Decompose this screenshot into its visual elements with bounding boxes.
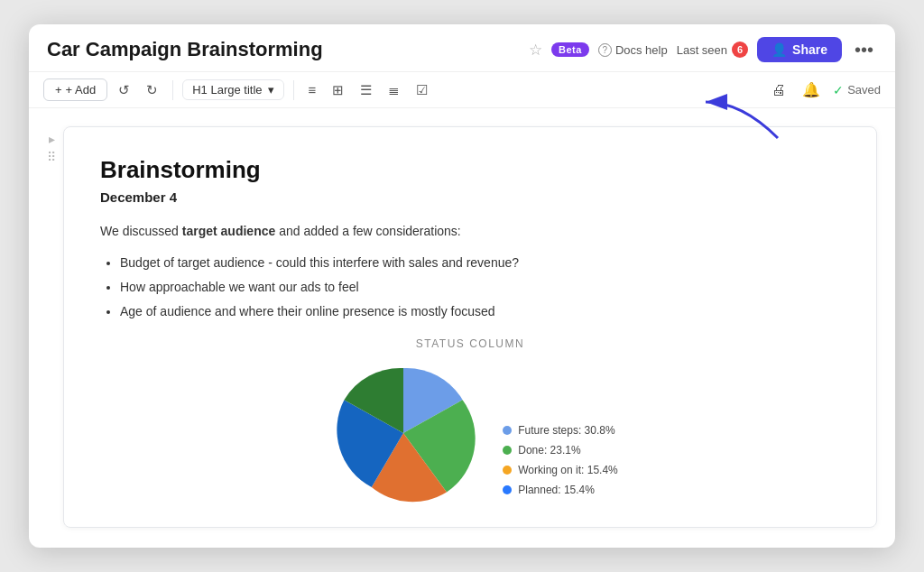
legend-item-future: Future steps: 30.8% <box>503 424 618 437</box>
list-item: How approachable we want our ads to feel <box>120 278 840 297</box>
saved-text: Saved <box>847 83 881 97</box>
main-window: Car Campaign Brainstorming ☆ Beta ? Docs… <box>29 24 895 548</box>
align-button[interactable]: ≡ <box>303 78 322 101</box>
numbered-list-button[interactable]: ≣ <box>383 78 405 102</box>
share-label: Share <box>792 42 827 57</box>
print-icon: 🖨 <box>772 82 786 97</box>
legend-label-done: Done: 23.1% <box>518 444 580 457</box>
legend-item-done: Done: 23.1% <box>503 444 618 457</box>
sidebar-handle[interactable]: ▸ ⠿ <box>47 126 63 528</box>
doc-bullet-list: Budget of target audience - could this i… <box>100 254 840 321</box>
chart-section: STATUS COLUMN <box>100 337 840 505</box>
last-seen-indicator: Last seen 6 <box>677 42 748 58</box>
print-button[interactable]: 🖨 <box>768 78 790 102</box>
header: Car Campaign Brainstorming ☆ Beta ? Docs… <box>29 24 895 72</box>
legend-dot-working <box>503 466 512 475</box>
content-area: ▸ ⠿ Brainstorming December 4 We discusse… <box>29 108 895 528</box>
check-icon: ☑ <box>416 82 428 98</box>
target-audience-bold: target audience <box>182 224 275 238</box>
docs-help-btn[interactable]: ? Docs help <box>598 43 668 57</box>
more-options-button[interactable]: ••• <box>851 38 877 62</box>
toolbar-divider-1 <box>172 80 173 100</box>
document-body: Brainstorming December 4 We discussed ta… <box>63 126 877 528</box>
legend-item-working: Working on it: 15.4% <box>503 464 618 476</box>
legend-label-planned: Planned: 15.4% <box>518 484 595 496</box>
plus-icon: + <box>55 83 62 97</box>
list-item: Age of audience and where their online p… <box>120 302 840 321</box>
legend-label-working: Working on it: 15.4% <box>518 464 618 476</box>
doc-heading: Brainstorming <box>100 156 840 184</box>
bullet-list-button[interactable]: ☰ <box>355 78 377 102</box>
bell-icon: 🔔 <box>802 82 820 97</box>
chart-row: Future steps: 30.8% Done: 23.1% Working … <box>100 361 840 505</box>
table-icon: ⊞ <box>332 82 344 98</box>
last-seen-count: 6 <box>732 42 748 58</box>
collapse-icon: ▸ <box>49 132 55 146</box>
drag-handle-icon: ⠿ <box>47 150 56 164</box>
person-icon: 👤 <box>772 42 787 57</box>
align-icon: ≡ <box>309 82 317 97</box>
doc-paragraph: We discussed target audience and added a… <box>100 221 840 241</box>
saved-check-icon: ✓ <box>833 83 844 97</box>
legend-item-planned: Planned: 15.4% <box>503 484 618 496</box>
chart-title: STATUS COLUMN <box>100 337 840 350</box>
add-label: + Add <box>66 83 97 97</box>
legend-dot-future <box>503 426 512 435</box>
doc-date: December 4 <box>100 189 840 205</box>
text-style-label: H1 Large title <box>192 83 262 97</box>
toolbar-right: 🖨 🔔 ✓ Saved <box>768 78 881 102</box>
notifications-button[interactable]: 🔔 <box>799 78 824 102</box>
table-button[interactable]: ⊞ <box>327 78 349 102</box>
header-actions: Beta ? Docs help Last seen 6 👤 Share ••• <box>551 37 877 62</box>
bullet-icon: ☰ <box>360 82 372 98</box>
legend-label-future: Future steps: 30.8% <box>518 424 614 437</box>
checklist-button[interactable]: ☑ <box>411 78 433 102</box>
undo-icon: ↺ <box>118 82 130 98</box>
redo-icon: ↻ <box>146 82 158 98</box>
toolbar-divider-2 <box>293 80 294 100</box>
numbered-icon: ≣ <box>388 82 400 98</box>
beta-badge: Beta <box>551 42 589 57</box>
legend-dot-planned <box>503 485 512 494</box>
more-dots-icon: ••• <box>855 40 873 60</box>
pie-chart <box>322 361 485 505</box>
text-style-selector[interactable]: H1 Large title ▾ <box>182 79 283 100</box>
chart-legend: Future steps: 30.8% Done: 23.1% Working … <box>503 424 618 496</box>
share-button[interactable]: 👤 Share <box>757 37 842 62</box>
chevron-down-icon: ▾ <box>268 83 274 97</box>
saved-status: ✓ Saved <box>833 83 881 97</box>
help-circle-icon: ? <box>598 43 612 57</box>
list-item: Budget of target audience - could this i… <box>120 254 840 272</box>
document-title: Car Campaign Brainstorming <box>47 38 514 61</box>
undo-button[interactable]: ↺ <box>113 78 135 102</box>
star-icon[interactable]: ☆ <box>529 41 542 60</box>
last-seen-label: Last seen <box>677 43 727 57</box>
legend-dot-done <box>503 446 512 455</box>
docs-help-label: Docs help <box>615 43 668 57</box>
redo-button[interactable]: ↻ <box>141 78 163 102</box>
toolbar: + + Add ↺ ↻ H1 Large title ▾ ≡ ⊞ ☰ ≣ ☑ <box>29 72 895 108</box>
add-button[interactable]: + + Add <box>43 78 107 101</box>
